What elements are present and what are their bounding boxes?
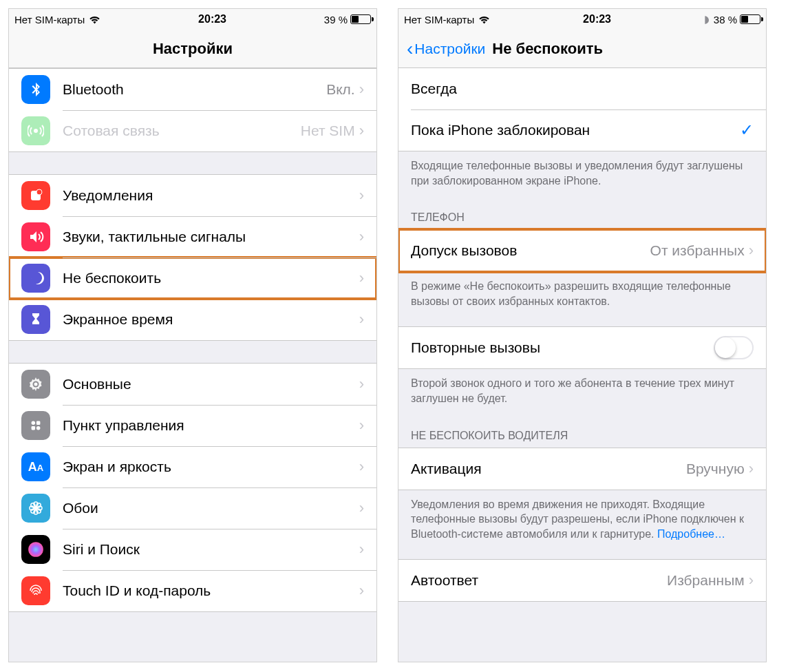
nav-header: Настройки (9, 30, 376, 68)
status-bar: Нет SIM-карты 20:23 39 % (9, 9, 376, 30)
row-label: Bluetooth (63, 81, 326, 98)
status-time: 20:23 (198, 13, 226, 25)
row-siri[interactable]: Siri и Поиск› (9, 529, 376, 570)
row-label: Пункт управления (63, 417, 359, 434)
carrier-text: Нет SIM-карты (14, 14, 85, 25)
group-connectivity: BluetoothВкл.›Сотовая связьНет SIM› (9, 68, 376, 152)
chevron-right-icon: › (749, 571, 754, 589)
notifications-icon (21, 181, 50, 210)
row-value: Нет SIM (301, 123, 355, 139)
row-value: Избранным (667, 572, 745, 589)
row-cellular[interactable]: Сотовая связьНет SIM› (9, 110, 376, 151)
svg-point-9 (36, 426, 40, 430)
row-label: Экранное время (63, 311, 359, 328)
row-label: Повторные вызовы (411, 339, 714, 356)
battery-percent: 39 % (324, 14, 348, 25)
svg-point-5 (34, 383, 38, 386)
carrier-text: Нет SIM-карты (404, 14, 474, 25)
row-autoreply[interactable]: Автоответ Избранным › (398, 560, 766, 601)
driving-footer: Уведомления во время движения не приходя… (398, 490, 766, 546)
row-label: Основные (63, 376, 359, 392)
row-label: Обои (63, 500, 359, 516)
moon-icon (21, 264, 50, 293)
row-screentime[interactable]: Экранное время› (9, 299, 376, 340)
driving-footer-link[interactable]: Подробнее… (657, 528, 725, 540)
phone-dnd: Нет SIM-карты 20:23 ◗ 38 % ‹ Настройки Н… (398, 8, 767, 662)
row-label: Не беспокоить (63, 270, 359, 286)
checkmark-icon: ✓ (740, 120, 754, 140)
row-label: Всегда (411, 81, 754, 97)
row-label: Допуск вызовов (411, 242, 650, 259)
row-sounds[interactable]: Звуки, тактильные сигналы› (9, 216, 376, 258)
toggle-repeat-calls[interactable] (714, 336, 754, 359)
nav-header: ‹ Настройки Не беспокоить (398, 30, 766, 68)
aa-icon: AA (21, 452, 50, 481)
group-notifications: Уведомления›Звуки, тактильные сигналы›Не… (9, 174, 376, 341)
page-title: Не беспокоить (492, 40, 758, 58)
settings-list[interactable]: BluetoothВкл.›Сотовая связьНет SIM› Увед… (9, 68, 376, 662)
row-label: Звуки, тактильные сигналы (63, 229, 359, 245)
flower-icon (21, 494, 50, 523)
svg-rect-7 (36, 421, 40, 426)
allow-calls-footer: В режиме «Не беспокоить» разрешить входя… (398, 272, 766, 313)
row-value: От избранных (650, 242, 745, 259)
row-silence-while-locked[interactable]: Пока iPhone заблокирован ✓ (398, 109, 766, 151)
dnd-content[interactable]: Всегда Пока iPhone заблокирован ✓ Входящ… (398, 68, 766, 662)
chevron-right-icon: › (359, 81, 364, 98)
back-button[interactable]: ‹ Настройки (407, 39, 485, 59)
svg-rect-8 (32, 426, 36, 430)
row-wallpaper[interactable]: Обои› (9, 487, 376, 529)
bluetooth-icon (21, 75, 50, 104)
row-display[interactable]: AAЭкран и яркость› (9, 446, 376, 487)
status-bar: Нет SIM-карты 20:23 ◗ 38 % (398, 9, 766, 30)
chevron-right-icon: › (359, 122, 364, 140)
svg-point-6 (32, 421, 36, 426)
group-activation: Активация Вручную › (398, 448, 766, 490)
fingerprint-icon (21, 576, 50, 605)
back-label: Настройки (414, 41, 485, 57)
driving-section-header: НЕ БЕСПОКОИТЬ ВОДИТЕЛЯ (398, 410, 766, 448)
row-label: Пока iPhone заблокирован (411, 122, 740, 138)
chevron-right-icon: › (359, 269, 364, 287)
chevron-right-icon: › (749, 460, 754, 478)
repeat-calls-footer: Второй звонок одного и того же абонента … (398, 369, 766, 410)
row-label: Touch ID и код-пароль (63, 582, 359, 599)
row-allow-calls[interactable]: Допуск вызовов От избранных › (398, 230, 766, 271)
row-notifications[interactable]: Уведомления› (9, 175, 376, 216)
chevron-right-icon: › (359, 540, 364, 558)
chevron-right-icon: › (359, 499, 364, 517)
battery-icon (740, 14, 760, 24)
row-bluetooth[interactable]: BluetoothВкл.› (9, 69, 376, 110)
sounds-icon (21, 222, 50, 251)
control-icon (21, 411, 50, 440)
status-time: 20:23 (583, 13, 611, 25)
row-dnd[interactable]: Не беспокоить› (9, 258, 376, 299)
row-label: Автоответ (411, 572, 667, 589)
row-touchid[interactable]: Touch ID и код-пароль› (9, 570, 376, 611)
chevron-right-icon: › (359, 187, 364, 204)
row-silence-always[interactable]: Всегда (398, 68, 766, 109)
group-allow-calls: Допуск вызовов От избранных › (398, 229, 766, 272)
wifi-icon (89, 15, 100, 24)
row-repeat-calls[interactable]: Повторные вызовы (398, 327, 766, 368)
page-title: Настройки (9, 40, 376, 58)
row-activation[interactable]: Активация Вручную › (398, 448, 766, 490)
chevron-right-icon: › (359, 458, 364, 476)
svg-point-19 (28, 542, 43, 557)
row-general[interactable]: Основные› (9, 364, 376, 405)
row-label: Сотовая связь (63, 123, 301, 139)
svg-point-2 (36, 189, 42, 195)
row-label: Экран и яркость (63, 459, 359, 475)
cellular-icon (21, 116, 50, 145)
chevron-right-icon: › (749, 242, 754, 260)
chevron-right-icon: › (359, 417, 364, 434)
group-repeat-calls: Повторные вызовы (398, 326, 766, 369)
wifi-icon (478, 15, 490, 24)
row-value: Вкл. (326, 81, 355, 98)
hourglass-icon (21, 305, 50, 334)
chevron-left-icon: ‹ (407, 39, 413, 59)
row-control-center[interactable]: Пункт управления› (9, 405, 376, 446)
battery-percent: 38 % (714, 14, 737, 25)
gear-icon (21, 370, 50, 399)
silence-footer: Входящие телефонные вызовы и уведомления… (398, 151, 766, 192)
